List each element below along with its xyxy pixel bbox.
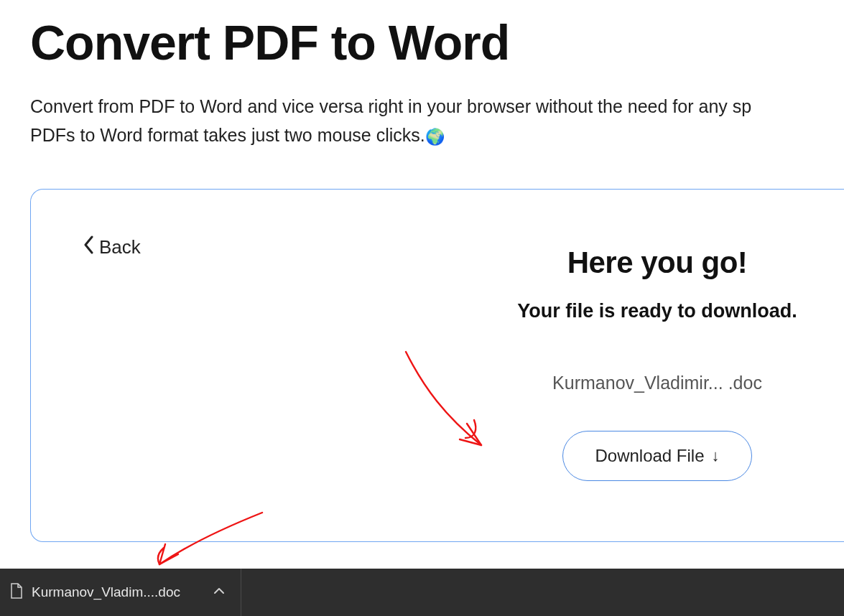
result-section: Here you go! Your file is ready to downl… [406,246,844,481]
description-line2: PDFs to Word format takes just two mouse… [30,125,425,145]
result-filename: Kurmanov_Vladimir... .doc [406,373,844,393]
download-file-button[interactable]: Download File ↓ [562,431,751,481]
globe-icon: 🌍 [425,128,445,146]
back-button[interactable]: Back [83,235,141,259]
file-icon [10,583,23,602]
download-item-label: Kurmanov_Vladim....doc [32,584,180,600]
download-button-label: Download File [595,446,704,466]
chevron-up-icon[interactable] [213,584,225,600]
page-title: Convert PDF to Word [30,14,844,70]
result-heading: Here you go! [406,246,844,280]
description-line1: Convert from PDF to Word and vice versa … [30,96,751,116]
browser-download-shelf: Kurmanov_Vladim....doc [0,569,844,616]
chevron-left-icon [83,235,95,259]
result-subtitle: Your file is ready to download. [406,300,844,322]
back-label: Back [99,236,141,258]
conversion-result-card: Back Here you go! Your file is ready to … [30,189,844,542]
download-arrow-icon: ↓ [712,448,720,464]
download-shelf-item[interactable]: Kurmanov_Vladim....doc [0,569,241,616]
page-description: Convert from PDF to Word and vice versa … [30,92,844,149]
